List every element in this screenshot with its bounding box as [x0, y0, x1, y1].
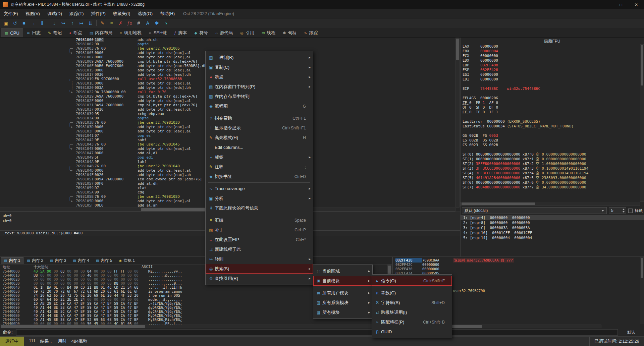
tab-cpu[interactable]: ▦CPU — [1, 28, 23, 37]
menu-item-analysis[interactable]: ▣分析▸ — [206, 193, 313, 203]
scrollbar-thumb[interactable] — [641, 45, 643, 85]
menu-item-intermodular-calls[interactable]: ⇄跨模块调用(I) — [372, 307, 452, 317]
register-edi[interactable]: EDI 00000000 — [463, 77, 638, 82]
font-size-button[interactable]: A — [143, 19, 152, 27]
menu-item-search-for[interactable]: ◎搜索(S)▸ — [206, 264, 313, 274]
stop-button[interactable]: ■ — [19, 19, 29, 27]
step-out-button[interactable]: ↑ — [68, 19, 77, 27]
segment-row[interactable]: CS 0023 SS 002B — [463, 143, 638, 148]
run-to-user-code-button[interactable]: ↦ — [77, 19, 86, 27]
menu-item-current-region[interactable]: ▢当前区域▸ — [313, 266, 372, 276]
command-input[interactable] — [16, 329, 618, 336]
tab-script[interactable]: ƒ脚本 — [170, 28, 191, 37]
segment-row[interactable]: GS 002B FS 0053 — [463, 133, 638, 138]
minimize-button[interactable]: — — [598, 0, 613, 9]
open-file-button[interactable]: ▣ — [1, 19, 10, 27]
preferences-gear-button[interactable]: ✱ — [152, 19, 161, 27]
menu-item-label[interactable]: ▪标签▸ — [206, 152, 313, 162]
scrollbar-thumb[interactable] — [641, 258, 643, 278]
menu-item-highlighting-mode[interactable]: ✎高亮模式(H)H — [206, 133, 313, 142]
menu-item-find-references[interactable]: ⊕查找引用(R)▸ — [206, 274, 313, 283]
menu-item-patch[interactable]: ▧补丁Ctrl+P — [206, 225, 313, 235]
unlock-checkbox[interactable] — [628, 209, 633, 213]
argument-row[interactable]: 1: [esp+4] 00000000 00000000 — [461, 215, 644, 220]
register-st3[interactable]: ST(3) 3FFBCCCCD00000000000 x87r3 空 0.100… — [463, 166, 638, 171]
register-st7[interactable]: ST(7) 40048800000000000000 x87r7 空 34.00… — [463, 185, 638, 190]
register-esp[interactable]: ESP 0B2FF428 — [463, 68, 638, 72]
register-st5[interactable]: ST(5) 401491A2B40000000000 x87r5 空 23860… — [463, 176, 638, 180]
last-status[interactable]: LastStatus C0000034 (STATUS_OBJECT_NAME_… — [463, 124, 638, 129]
menu-item-follow-in-memory-map[interactable]: ▦在内存布局中转到 — [206, 92, 313, 101]
tab-call-stack[interactable]: ≡调用堆栈 — [116, 28, 145, 37]
menu-item-all-modules[interactable]: ▦所有模块▸ — [313, 307, 372, 317]
flags-row[interactable]: OF 0 SF 0 DF 0 — [463, 105, 638, 110]
assemble-button[interactable]: ≡ — [107, 19, 116, 27]
register-eflags[interactable]: EFLAGS 00000206 — [463, 96, 638, 101]
argument-row[interactable]: 3: [esp+C] 0000003A 0000003A — [461, 225, 644, 230]
menu-item-follow-in-dump[interactable]: ▤在内存窗口中转到(P)▸ — [206, 82, 313, 92]
disasm-row[interactable]: ╭╌7698100376 00jbe user32.76981005 — [0, 46, 455, 51]
registers-vertical-scrollbar[interactable] — [640, 44, 644, 202]
flags-row[interactable]: ZF 0 PE 1 AF 0 — [463, 101, 638, 105]
animate-into-button[interactable]: ⇊ — [86, 19, 95, 27]
register-st4[interactable]: ST(4) 3FFBCCCCC00000000000 x87r4 空 0.100… — [463, 171, 638, 176]
menu-item-copy[interactable]: ▣复制(C)▸ — [206, 62, 313, 72]
tab-references[interactable]: ◎引用 — [236, 28, 258, 37]
menu-favourites[interactable]: 收藏夹(I) — [109, 9, 134, 18]
clear-button[interactable]: ✗ — [116, 19, 125, 27]
tab-log[interactable]: ≣日志 — [23, 28, 44, 37]
close-button[interactable]: ✕ — [629, 0, 644, 9]
menu-item-all-system-modules[interactable]: ▥所有系统模块▸ — [313, 298, 372, 307]
dump-tab-3[interactable]: ▤内存 3 — [47, 257, 69, 264]
register-st2[interactable]: ST(2) 3FFF8000000000000000 x87r2 空 1.000… — [463, 162, 638, 166]
dump-tab-5[interactable]: ▤内存 5 — [93, 257, 115, 264]
menu-item-all-user-modules[interactable]: ▤所有用户模块▸ — [313, 288, 372, 298]
stack-vertical-scrollbar[interactable] — [640, 257, 644, 324]
argument-row[interactable]: 4: [esp+10] 00001CFF 00001CFF — [461, 230, 644, 235]
command-mode-select[interactable]: 默认 — [621, 329, 641, 336]
menu-item-binary[interactable]: ▥二进制(B)▸ — [206, 53, 313, 62]
register-ebp[interactable]: EBP 0B2FF498 — [463, 63, 638, 68]
scrollbar-thumb[interactable] — [462, 203, 535, 205]
tab-breakpoints[interactable]: ●断点 — [65, 28, 86, 37]
menu-item-new-thread-here[interactable]: ⇉新建线程于此 — [206, 244, 313, 254]
disassembly-vertical-scrollbar[interactable] — [455, 38, 460, 208]
register-edx[interactable]: EDX 00000000 — [463, 58, 638, 63]
menu-plugins[interactable]: 插件(P) — [88, 9, 109, 18]
menu-item-graph[interactable]: ◈流程图G — [206, 101, 313, 111]
register-eax[interactable]: EAX 00000000 — [463, 44, 638, 49]
scrollbar-thumb[interactable] — [1, 325, 145, 328]
register-esi[interactable]: ESI 00000000 — [463, 72, 638, 77]
calling-convention-select[interactable]: 默认 (stdcall) — [462, 207, 607, 214]
menu-help[interactable]: 帮助(H) — [156, 9, 178, 18]
menu-item-instruction-help[interactable]: ?指令帮助Ctrl+F1 — [206, 113, 313, 123]
tab-memory-map[interactable]: ▤内存布局 — [86, 28, 116, 37]
argument-row[interactable]: 5: [esp+14] 00000004 00000004 — [461, 235, 644, 240]
menu-file[interactable]: 文件(F) — [0, 9, 22, 18]
tab-notes[interactable]: ✎笔记 — [44, 28, 65, 37]
last-error[interactable]: LastError 00000000 (ERROR_SUCCESS) — [463, 119, 638, 124]
register-ecx[interactable]: ECX 00000000 — [463, 54, 638, 58]
menu-debug[interactable]: 调试(D) — [44, 9, 66, 18]
maximize-button[interactable]: □ — [613, 0, 629, 9]
menu-item-go-to[interactable]: ↦转到▸ — [206, 254, 313, 264]
stack-row[interactable]: 0B2FF428769BC8AA返回到 user32.769BC8AA 自 ??… — [393, 258, 644, 263]
stack-row[interactable]: 0B2FF42C00000000 — [393, 263, 644, 267]
dump-tab-1[interactable]: ▤内存 1 — [1, 257, 23, 264]
menu-item-command[interactable]: ▸命令(O)Ctrl+Shift+F — [372, 276, 452, 286]
register-st6[interactable]: ST(6) 00000000000000000000 x87r6 空 0.000… — [463, 180, 638, 185]
flags-row[interactable]: CF 0 TF 0 IF 1 — [463, 110, 638, 115]
menu-item-trace-coverage[interactable]: ∿Trace coverage▸ — [206, 184, 313, 193]
stack-row[interactable]: 0B2FF43000000000 — [393, 267, 644, 271]
tab-seh-chain[interactable]: ∞SEH链 — [145, 28, 171, 37]
hide-fpu-button[interactable]: 隐藏FPU — [461, 38, 644, 44]
menu-item-assemble[interactable]: ≡汇编Space — [206, 215, 313, 225]
menu-item-toggle-bookmark[interactable]: ★切换书签Ctrl+D — [206, 172, 313, 181]
menu-view[interactable]: 视图(V) — [22, 9, 44, 18]
step-into-button[interactable]: ↓ — [50, 19, 59, 27]
menu-item-comment[interactable]: ✎注释; — [206, 162, 313, 172]
registers-horizontal-scrollbar[interactable] — [461, 202, 640, 206]
menu-item-guid[interactable]: {}GUID — [372, 327, 452, 337]
argument-row[interactable]: 2: [esp+8] 00000000 00000000 — [461, 220, 644, 225]
menu-item-download-symbols[interactable]: ⇓下载此模块的符号信息 — [206, 203, 313, 213]
